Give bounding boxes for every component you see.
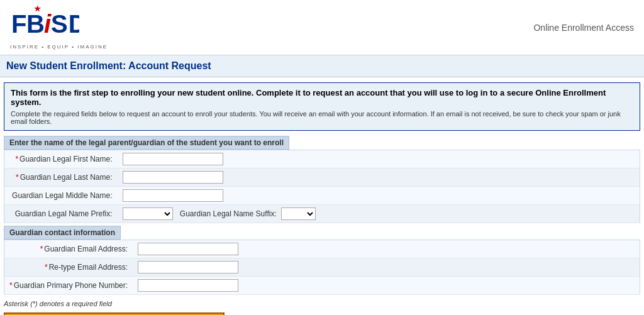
prefix-select[interactable]: Mr. Mrs. Ms. Dr. xyxy=(123,207,173,220)
svg-text:★: ★ xyxy=(34,5,42,13)
email-confirm-input[interactable] xyxy=(138,261,238,274)
page-title: New Student Enrollment: Account Request xyxy=(6,60,638,72)
logo-text: F B ★ i SD xyxy=(10,5,108,43)
header-page-title: Online Enrollment Access xyxy=(533,23,634,33)
table-row: Guardian Legal Middle Name: xyxy=(4,187,640,205)
suffix-select[interactable]: Jr. Sr. II III xyxy=(281,207,316,220)
middle-name-label: Guardian Legal Middle Name: xyxy=(4,187,118,205)
required-star: * xyxy=(15,155,18,163)
guardian-contact-section: Guardian contact information *Guardian E… xyxy=(4,226,640,295)
info-box-sub-text: Complete the required fields below to re… xyxy=(11,110,633,125)
guardian-contact-form-table: *Guardian Email Address: *Re-type Email … xyxy=(4,240,640,295)
info-box-main-text: This form is the first step to enrolling… xyxy=(11,88,633,107)
required-star: * xyxy=(40,245,43,253)
prefix-label: Guardian Legal Name Prefix: xyxy=(4,205,118,223)
middle-name-input[interactable] xyxy=(123,189,223,202)
info-box: This form is the first step to enrolling… xyxy=(4,82,640,131)
first-name-input[interactable] xyxy=(123,153,223,165)
logo-svg: F B ★ i SD xyxy=(10,5,79,40)
phone-cell xyxy=(133,277,640,295)
first-name-cell xyxy=(118,150,640,169)
guardian-contact-section-header: Guardian contact information xyxy=(4,226,121,240)
page-title-bar: New Student Enrollment: Account Request xyxy=(0,55,644,77)
svg-text:SD: SD xyxy=(51,10,79,38)
email-label: *Guardian Email Address: xyxy=(4,240,133,258)
submit-button[interactable]: Click here to submit Online Enrollment A… xyxy=(4,312,225,315)
email-cell xyxy=(133,240,640,258)
prefix-suffix-cell: Mr. Mrs. Ms. Dr. Guardian Legal Name Suf… xyxy=(118,205,640,223)
logo: F B ★ i SD INSPIRE • EQUIP • IMAGINE xyxy=(10,5,108,50)
phone-label: *Guardian Primary Phone Number: xyxy=(4,277,133,295)
svg-text:F: F xyxy=(11,10,27,38)
svg-text:B: B xyxy=(26,10,45,38)
required-star: * xyxy=(9,281,13,290)
phone-input[interactable] xyxy=(138,279,238,292)
last-name-cell xyxy=(118,169,640,187)
table-row: *Guardian Legal Last Name: xyxy=(4,169,640,187)
logo-tagline: INSPIRE • EQUIP • IMAGINE xyxy=(10,44,108,50)
required-star: * xyxy=(16,173,19,182)
table-row: *Guardian Primary Phone Number: xyxy=(4,277,640,295)
email-confirm-cell xyxy=(133,258,640,277)
table-row: *Re-type Email Address: xyxy=(4,258,640,277)
table-row: Guardian Legal Name Prefix: Mr. Mrs. Ms.… xyxy=(4,205,640,223)
email-input[interactable] xyxy=(138,243,238,255)
guardian-name-form-table: *Guardian Legal First Name: *Guardian Le… xyxy=(4,150,640,223)
guardian-name-section: Enter the name of the legal parent/guard… xyxy=(4,136,640,223)
required-star: * xyxy=(45,263,48,272)
last-name-input[interactable] xyxy=(123,171,223,184)
suffix-label-text: Guardian Legal Name Suffix: xyxy=(180,209,277,218)
first-name-label: *Guardian Legal First Name: xyxy=(4,150,118,169)
header: F B ★ i SD INSPIRE • EQUIP • IMAGINE Onl… xyxy=(0,0,644,55)
middle-name-cell xyxy=(118,187,640,205)
last-name-label: *Guardian Legal Last Name: xyxy=(4,169,118,187)
guardian-name-section-header: Enter the name of the legal parent/guard… xyxy=(4,136,289,150)
email-confirm-label: *Re-type Email Address: xyxy=(4,258,133,277)
table-row: *Guardian Email Address: xyxy=(4,240,640,258)
required-note: Asterisk (*) denotes a required field xyxy=(4,300,640,307)
table-row: *Guardian Legal First Name: xyxy=(4,150,640,169)
